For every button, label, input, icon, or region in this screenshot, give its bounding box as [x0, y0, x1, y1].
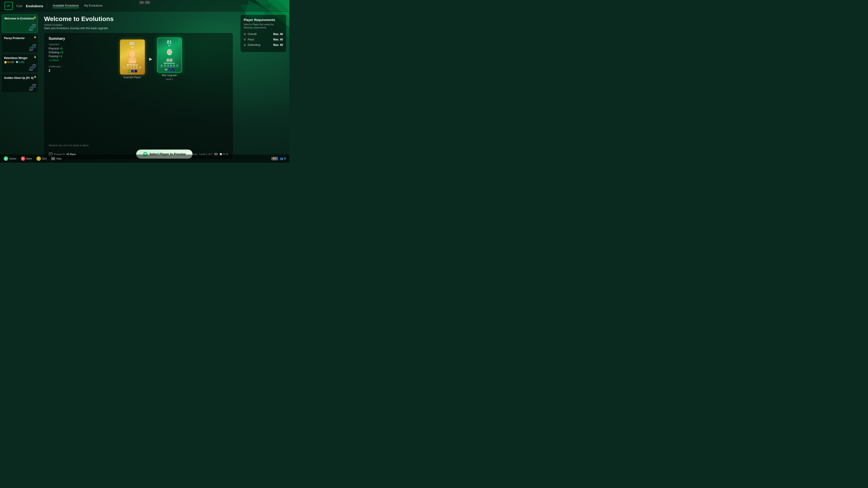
sidebar-item-welcome[interactable]: 🔒 Welcome to Evolutions 🧬: [2, 14, 38, 33]
req-name-defending: Defending:: [248, 43, 273, 46]
upgraded-player-container: ✕ 81 ST Richarlison: [157, 37, 182, 80]
bumper-hints: LB RB: [139, 1, 150, 4]
ut-logo: UT: [4, 2, 13, 10]
example-card-label: Example Player: [124, 76, 141, 78]
example-card-name: Richarlison: [127, 64, 138, 66]
upgraded-stat-pas: 73 PAS: [167, 65, 169, 68]
req-value-pace: Max. 90: [273, 38, 283, 41]
upgraded-card-name: Richarlison: [164, 62, 175, 64]
requirements-subtitle: Select a Player that meets the following…: [244, 23, 283, 29]
req-value-overall: Max. 80: [273, 33, 283, 36]
hint-sort-label: Sort: [42, 157, 46, 160]
center-panel: Welcome to Evolutions Unlock Evolution S…: [39, 12, 237, 163]
rb-button[interactable]: RB: [145, 1, 150, 4]
dna-icon-pacey: 🧬: [29, 44, 37, 51]
nav-tabs: Available Evolutions My Evolutions: [53, 4, 102, 8]
player-count-value: 9: [284, 157, 286, 160]
tab-available-evolutions[interactable]: Available Evolutions: [53, 4, 79, 8]
right-panel: Player Requirements Select a Player that…: [237, 12, 289, 163]
sidebar-item-pacey[interactable]: 🔒 Pacey Protector 🧬: [2, 34, 38, 53]
req-name-pace: Pace:: [248, 38, 273, 41]
card-flags-upgraded: ✦: [164, 68, 174, 71]
requirements-box: Player Requirements Select a Player that…: [241, 15, 286, 52]
flag-league-up: [168, 68, 170, 71]
y-button[interactable]: Y: [36, 156, 41, 161]
nav-club[interactable]: Club: [16, 4, 22, 8]
cards-area: 80 ST Richarlison: [120, 37, 182, 80]
lb-button[interactable]: LB: [139, 1, 144, 4]
flag-league: [131, 70, 133, 72]
evolve-mark: ✕: [178, 39, 180, 41]
nav-evolutions: Evolutions: [26, 4, 43, 8]
a-button[interactable]: A: [4, 156, 8, 161]
summary-box: Summary Upgrades Physical +1 Dribbling +…: [44, 33, 233, 159]
example-card-stats: 77 PAC 79 SHO 72 PAS: [123, 66, 141, 69]
bottom-right: RT 👥 9: [271, 157, 286, 160]
upgrade-physical-value: +1: [59, 47, 63, 50]
req-dot-pace: [244, 38, 246, 41]
sidebar-item-title-golden: Golden Glow Up (Pt. II): [4, 76, 35, 80]
player-silhouette: [124, 50, 140, 63]
bottom-bar: A Select B Back Y Sort ≡ Help RT 👥 9: [0, 155, 289, 163]
hint-back: B Back: [21, 156, 32, 161]
upgraded-player-card: ✕ 81 ST Richarlison: [157, 37, 182, 72]
upgraded-stat-def: 53 DEF: [173, 65, 175, 68]
req-row-overall: Overall: Max. 80: [244, 33, 283, 36]
sidebar-item-golden[interactable]: 🔒 Golden Glow Up (Pt. II) 🧬: [2, 74, 38, 92]
stat-pac: 77 PAC: [123, 66, 126, 69]
coin-green-icon: 💎: [16, 61, 18, 64]
req-row-pace: Pace: Max. 90: [244, 38, 283, 41]
main-content: 🔒 Welcome to Evolutions 🧬 🔒 Pacey Protec…: [0, 12, 289, 163]
req-dot-overall: [244, 33, 246, 35]
hint-select-label: Select: [9, 157, 16, 160]
coin-gold-value: 50,000: [7, 61, 14, 64]
sidebar-item-title-relentless: Relentless Winger: [4, 57, 35, 60]
sidebar: 🔒 Welcome to Evolutions 🧬 🔒 Pacey Protec…: [0, 12, 39, 163]
upgraded-card-label: Max Upgrade: [162, 74, 177, 76]
example-player-image: [123, 48, 141, 63]
rt-indicator: RT: [271, 157, 278, 160]
stat-sho: 79 SHO: [126, 66, 129, 69]
unlock-label: Unlock Evolution: [44, 24, 233, 26]
upgraded-card-position: ST: [168, 44, 171, 46]
coin-gold: 🪙 50,000: [4, 61, 14, 64]
upgraded-stat-sho: 79 SHO: [163, 65, 166, 68]
dna-icon-golden: 🧬: [29, 84, 37, 91]
stat-def: 53 DEF: [135, 66, 138, 69]
hint-sort: Y Sort: [36, 156, 46, 161]
player-silhouette-upgraded: [161, 48, 177, 62]
upgrade-passing-value: +1: [59, 55, 62, 58]
nav-divider: [47, 4, 47, 8]
hint-help: ≡ Help: [51, 157, 61, 160]
dna-icon-welcome: 🧬: [29, 24, 36, 31]
flag-brazil-up: [164, 68, 167, 71]
hint-back-label: Back: [26, 157, 32, 160]
upgraded-stat-dri: 83 DRI: [170, 65, 172, 68]
requirements-title: Player Requirements: [244, 18, 283, 22]
top-navigation: LB RB UT Club Evolutions Available Evolu…: [0, 0, 289, 12]
upgraded-card-rating: 81: [167, 40, 172, 44]
req-dot-defending: [244, 44, 246, 46]
coin-green-value: 1,000: [19, 61, 24, 64]
example-player-container: 80 ST Richarlison: [120, 39, 145, 78]
b-button[interactable]: B: [21, 156, 25, 161]
menu-button[interactable]: ≡: [51, 157, 55, 160]
upgraded-stat-phy: 79 PHY: [176, 65, 178, 68]
sidebar-item-relentless[interactable]: 🔒 Relentless Winger 🪙 50,000 💎 1,000 🧬: [2, 54, 38, 72]
req-name-overall: Overall:: [248, 33, 273, 36]
upgrade-arrow: ▶: [149, 57, 152, 61]
rewards-note: Rewards may vary from player to player: [49, 144, 89, 147]
req-row-defending: Defending: Max. 80: [244, 43, 283, 46]
upgraded-card-stats: 78 PAC 79 SHO 73 PAS: [160, 65, 178, 68]
stat-phy: 78 PHY: [139, 66, 141, 69]
page-subtitle: Start your Evolutions Journey with this …: [44, 27, 233, 30]
tab-my-evolutions[interactable]: My Evolutions: [84, 4, 103, 8]
dna-icon-relentless: 🧬: [29, 64, 37, 71]
upgraded-stat-pac: 78 PAC: [160, 65, 163, 68]
hint-help-label: Help: [56, 157, 61, 160]
coin-gold-icon: 🪙: [4, 61, 7, 64]
sidebar-item-title-welcome: Welcome to Evolutions: [4, 17, 35, 21]
upgrade-dribbling-value: +1: [60, 51, 63, 54]
coin-row-relentless: 🪙 50,000 💎 1,000: [4, 61, 35, 64]
stat-dri: 82 DRI: [133, 66, 135, 69]
